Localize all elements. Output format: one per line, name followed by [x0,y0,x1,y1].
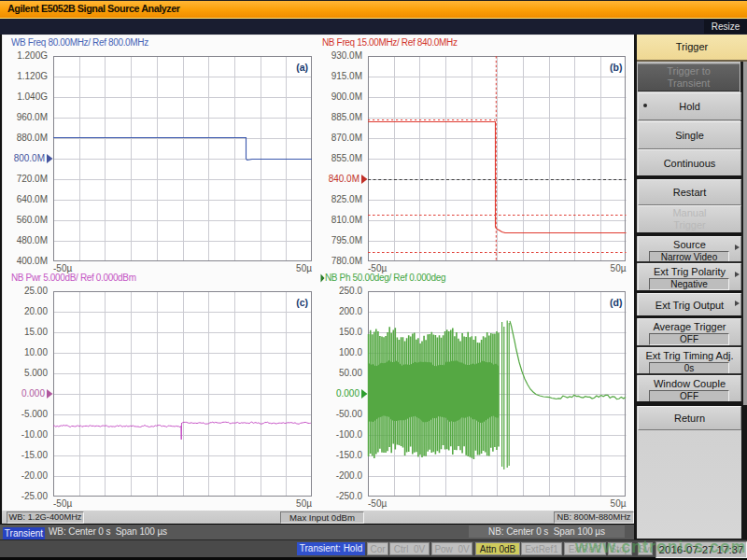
svg-text:-10.00: -10.00 [21,429,49,440]
svg-text:NB Pwr 5.000dB/ Ref 0.000dBm: NB Pwr 5.000dB/ Ref 0.000dBm [11,273,136,283]
svg-text:-150.0: -150.0 [336,450,363,460]
svg-text:960.0M: 960.0M [17,112,48,122]
svg-text:WB Freq 80.00MHz/ Ref 800.0MHz: WB Freq 80.00MHz/ Ref 800.0MHz [11,37,148,48]
svg-text:800.0M: 800.0M [14,153,45,163]
svg-text:150.0: 150.0 [339,327,362,337]
svg-text:200.0: 200.0 [339,306,362,316]
svg-text:NB Freq 15.00MHz/ Ref 840.0MHz: NB Freq 15.00MHz/ Ref 840.0MHz [322,37,458,48]
svg-text:0.000: 0.000 [336,388,359,399]
svg-text:15.00: 15.00 [24,327,48,337]
svg-text:480.0M: 480.0M [17,235,48,245]
svg-text:1.120G: 1.120G [17,71,48,81]
svg-text:50µ: 50µ [296,498,312,509]
svg-text:-15.00: -15.00 [21,450,49,460]
svg-text:50µ: 50µ [611,263,627,273]
svg-text:250.0: 250.0 [339,286,362,296]
svg-text:10.00: 10.00 [24,347,48,357]
svg-text:(a): (a) [296,62,308,73]
svg-text:880.0M: 880.0M [17,133,48,143]
svg-text:930.0M: 930.0M [331,50,362,61]
svg-text:885.0M: 885.0M [331,112,362,122]
svg-text:25.00: 25.00 [24,286,48,296]
svg-text:-250.0: -250.0 [336,491,363,501]
svg-text:20.00: 20.00 [24,306,48,316]
svg-text:-50.00: -50.00 [336,409,363,419]
svg-text:810.0M: 810.0M [331,215,362,225]
svg-text:640.0M: 640.0M [17,194,48,204]
svg-text:50.00: 50.00 [339,368,362,378]
svg-text:0.000: 0.000 [21,388,45,399]
svg-text:560.0M: 560.0M [17,215,48,225]
svg-text:1.200G: 1.200G [17,50,48,61]
svg-text:-50µ: -50µ [53,498,72,509]
svg-text:915.0M: 915.0M [331,71,362,81]
svg-text:(d): (d) [610,297,622,308]
svg-text:-200.0: -200.0 [336,470,363,481]
svg-text:50µ: 50µ [296,263,312,273]
svg-text:-5.000: -5.000 [21,409,49,419]
svg-text:1.040G: 1.040G [17,91,48,102]
svg-text:-25.00: -25.00 [21,491,49,501]
svg-text:855.0M: 855.0M [331,153,362,163]
svg-text:(b): (b) [610,62,622,73]
svg-text:900.0M: 900.0M [331,91,362,102]
svg-text:(c): (c) [296,297,308,308]
svg-text:720.0M: 720.0M [17,174,48,184]
svg-text:780.0M: 780.0M [331,256,362,266]
svg-text:-100.0: -100.0 [336,429,363,440]
svg-text:5.000: 5.000 [24,368,48,378]
svg-text:840.0M: 840.0M [329,174,359,184]
svg-text:50µ: 50µ [611,498,627,509]
svg-text:NB Ph 50.00deg/ Ref 0.000deg: NB Ph 50.00deg/ Ref 0.000deg [325,273,445,283]
svg-text:-20.00: -20.00 [21,470,49,481]
svg-text:400.0M: 400.0M [17,256,48,266]
svg-text:-50µ: -50µ [368,498,387,509]
svg-text:100.0: 100.0 [339,347,362,357]
svg-text:825.0M: 825.0M [331,194,362,204]
svg-text:795.0M: 795.0M [331,235,362,245]
svg-text:870.0M: 870.0M [331,133,362,143]
